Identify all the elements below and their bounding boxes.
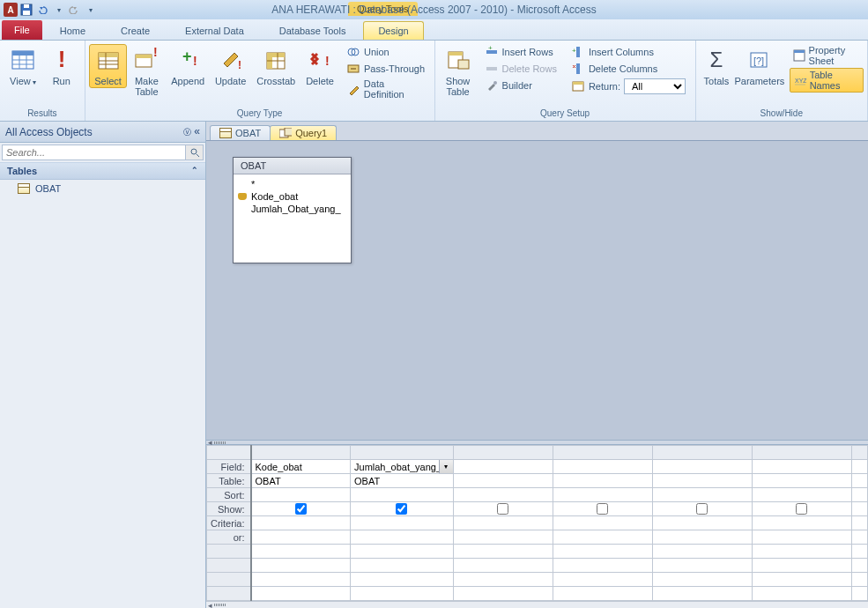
table-icon xyxy=(18,183,30,194)
table-cell-1[interactable]: OBAT xyxy=(351,474,454,488)
field-cell-2[interactable] xyxy=(453,460,553,474)
show-check-0[interactable] xyxy=(295,503,307,515)
group-querysetup-label: Query Setup xyxy=(439,108,692,119)
doctab-query1[interactable]: Query1 xyxy=(270,125,337,140)
doctab-obat[interactable]: OBAT xyxy=(210,125,271,140)
ribbon-tabs: File Home Create External Data Database … xyxy=(0,19,868,41)
table-names-icon: XYZ xyxy=(794,73,806,87)
append-icon: +! xyxy=(174,46,202,74)
qbe-row-sort: Sort: xyxy=(207,488,868,502)
field-cell-3[interactable] xyxy=(553,460,652,474)
tab-database-tools[interactable]: Database Tools xyxy=(262,22,364,40)
parameters-icon: [?] xyxy=(746,46,774,74)
return-icon xyxy=(571,79,585,93)
show-check-2[interactable] xyxy=(497,503,508,515)
delete-columns-button[interactable]: Delete Columns xyxy=(568,61,689,77)
app-icon[interactable]: A xyxy=(4,3,18,17)
update-icon: ! xyxy=(217,46,245,74)
show-table-button[interactable]: Show Table xyxy=(439,44,478,99)
field-cell-5[interactable] xyxy=(752,460,851,474)
table-field-list[interactable]: OBAT * Kode_obat Jumlah_Obat_yang_ xyxy=(233,157,352,263)
make-table-button[interactable]: ! Make Table xyxy=(127,44,166,99)
tab-create[interactable]: Create xyxy=(103,22,167,40)
datasheet-icon xyxy=(9,46,37,74)
view-label: View xyxy=(10,76,31,86)
totals-button[interactable]: Σ Totals xyxy=(700,44,734,88)
run-button[interactable]: ! Run xyxy=(42,44,81,88)
data-definition-button[interactable]: Data Definition xyxy=(343,78,431,100)
tab-home[interactable]: Home xyxy=(42,22,103,40)
table-names-button[interactable]: XYZTable Names xyxy=(790,68,864,93)
show-table-label: Show Table xyxy=(446,76,471,97)
svg-text:[?]: [?] xyxy=(753,56,764,66)
delete-query-button[interactable]: ! Delete xyxy=(300,44,339,88)
svg-text:+: + xyxy=(572,47,576,55)
nav-header[interactable]: All Access Objects ⓥ « xyxy=(0,122,205,143)
property-sheet-button[interactable]: Property Sheet xyxy=(790,44,864,67)
totals-label: Totals xyxy=(704,76,730,86)
svg-rect-35 xyxy=(486,67,497,70)
show-check-1[interactable] xyxy=(396,503,407,515)
update-label: Update xyxy=(215,76,246,86)
insert-rows-button[interactable]: +Insert Rows xyxy=(481,44,560,60)
table-cell-0[interactable]: OBAT xyxy=(251,474,351,488)
delete-rows-button: Delete Rows xyxy=(481,61,560,77)
parameters-button[interactable]: [?] Parameters xyxy=(733,44,785,88)
svg-rect-16 xyxy=(136,55,152,58)
field-kode-obat[interactable]: Kode_obat xyxy=(235,190,349,203)
delete-query-icon: ! xyxy=(306,46,334,74)
save-icon[interactable] xyxy=(19,3,33,17)
svg-point-36 xyxy=(493,81,497,85)
field-cell-0[interactable]: Kode_obat xyxy=(251,460,351,474)
nav-item-obat[interactable]: OBAT xyxy=(0,180,205,197)
return-select[interactable]: All xyxy=(624,78,686,94)
undo-icon[interactable] xyxy=(35,3,49,17)
tab-design[interactable]: Design xyxy=(363,21,423,40)
field-cell-4[interactable] xyxy=(652,460,752,474)
sigma-icon: Σ xyxy=(702,46,731,74)
data-def-icon xyxy=(346,82,360,96)
qbe-row-show: Show: xyxy=(207,502,868,516)
append-button[interactable]: +! Append xyxy=(166,44,210,88)
field-star[interactable]: * xyxy=(235,178,349,190)
query-design-surface[interactable]: OBAT * Kode_obat Jumlah_Obat_yang_ xyxy=(206,141,868,440)
svg-text:XYZ: XYZ xyxy=(795,78,806,84)
group-querytype-label: Query Type xyxy=(89,108,431,119)
query-icon xyxy=(279,128,292,138)
run-label: Run xyxy=(53,76,70,86)
svg-text:Σ: Σ xyxy=(709,48,723,71)
undo-dropdown-icon[interactable] xyxy=(51,3,65,17)
show-check-5[interactable] xyxy=(796,503,807,515)
insert-rows-icon: + xyxy=(485,45,499,59)
append-label: Append xyxy=(171,76,204,86)
builder-icon xyxy=(485,78,499,93)
qbe-grid: Field: Kode_obat Jumlah_obat_yang_di▾ Ta… xyxy=(206,445,868,608)
field-cell-1[interactable]: Jumlah_obat_yang_di▾ xyxy=(351,460,454,474)
select-query-button[interactable]: Select xyxy=(89,44,128,88)
insert-columns-button[interactable]: +Insert Columns xyxy=(568,44,689,60)
crosstab-button[interactable]: Crosstab xyxy=(251,44,300,88)
union-button[interactable]: Union xyxy=(343,44,431,60)
file-tab[interactable]: File xyxy=(2,20,42,40)
view-button[interactable]: View xyxy=(4,44,42,89)
search-icon[interactable] xyxy=(186,145,204,160)
passthrough-icon xyxy=(346,62,360,76)
field-jumlah[interactable]: Jumlah_Obat_yang_ xyxy=(235,203,349,215)
svg-text:!: ! xyxy=(193,54,197,68)
update-button[interactable]: ! Update xyxy=(210,44,251,88)
show-check-3[interactable] xyxy=(597,503,608,515)
delete-query-label: Delete xyxy=(306,76,334,86)
nav-category-tables[interactable]: Tables⌃ xyxy=(0,163,205,180)
nav-search-input[interactable] xyxy=(2,145,186,160)
window-title: ANA HERAWATI : Database (Access 2007 - 2… xyxy=(271,4,596,16)
dropdown-icon[interactable]: ▾ xyxy=(439,460,453,473)
select-label: Select xyxy=(94,76,122,86)
show-check-4[interactable] xyxy=(696,503,708,515)
return-row: Return: All xyxy=(568,78,689,95)
passthrough-button[interactable]: Pass-Through xyxy=(343,61,431,77)
builder-button[interactable]: Builder xyxy=(481,78,560,93)
qat-customize-icon[interactable] xyxy=(83,3,97,17)
tab-external-data[interactable]: External Data xyxy=(167,22,262,40)
redo-icon[interactable] xyxy=(67,3,81,17)
crosstab-icon xyxy=(262,46,290,74)
